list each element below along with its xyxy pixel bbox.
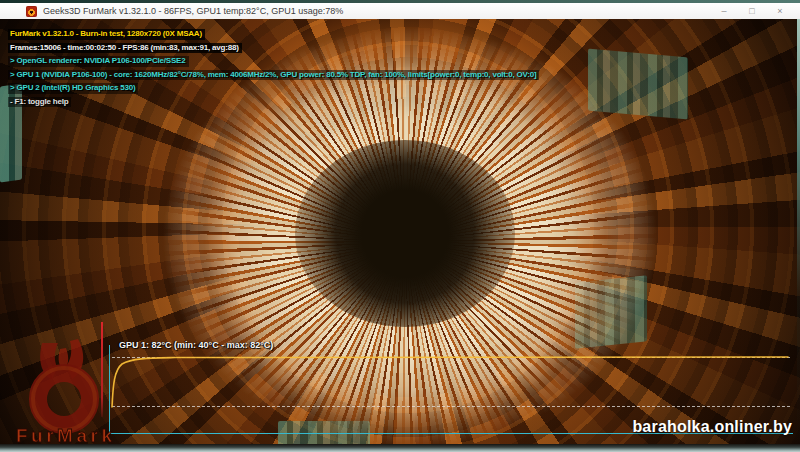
- furmark-logo: FurMark: [12, 327, 116, 444]
- gpu-temp-label: GPU 1: 82°C (min: 40°C - max: 82°C): [119, 340, 273, 350]
- window-controls: – □ ×: [710, 3, 794, 19]
- window-title: Geeks3D FurMark v1.32.1.0 - 86FPS, GPU1 …: [43, 6, 710, 16]
- furmark-app-icon[interactable]: [26, 6, 37, 17]
- fur-pupil: [295, 140, 515, 327]
- titlebar: Geeks3D FurMark v1.32.1.0 - 86FPS, GPU1 …: [0, 3, 800, 19]
- hud-line-title: FurMark v1.32.1.0 - Burn-in test, 1280x7…: [8, 29, 205, 40]
- close-icon[interactable]: ×: [766, 3, 794, 19]
- desktop-edge-bottom: [0, 444, 800, 452]
- furmark-logo-text: FurMark: [16, 425, 112, 444]
- hud-overlay: FurMark v1.32.1.0 - Burn-in test, 1280x7…: [8, 26, 539, 107]
- minimize-icon[interactable]: –: [710, 3, 738, 19]
- hud-line-gpu1: > GPU 1 (NVIDIA P106-100) - core: 1620MH…: [8, 70, 539, 81]
- hud-line-frames: Frames:15006 - time:00:02:50 - FPS:86 (m…: [8, 43, 242, 54]
- hud-line-renderer: > OpenGL renderer: NVIDIA P106-100/PCIe/…: [8, 56, 189, 67]
- watermark: baraholka.onliner.by: [632, 418, 792, 436]
- hud-line-gpu2: > GPU 2 (Intel(R) HD Graphics 530): [8, 83, 138, 94]
- maximize-icon[interactable]: □: [738, 3, 766, 19]
- hud-line-help: - F1: toggle help: [8, 97, 71, 108]
- render-viewport: FurMark v1.32.1.0 - Burn-in test, 1280x7…: [0, 19, 800, 444]
